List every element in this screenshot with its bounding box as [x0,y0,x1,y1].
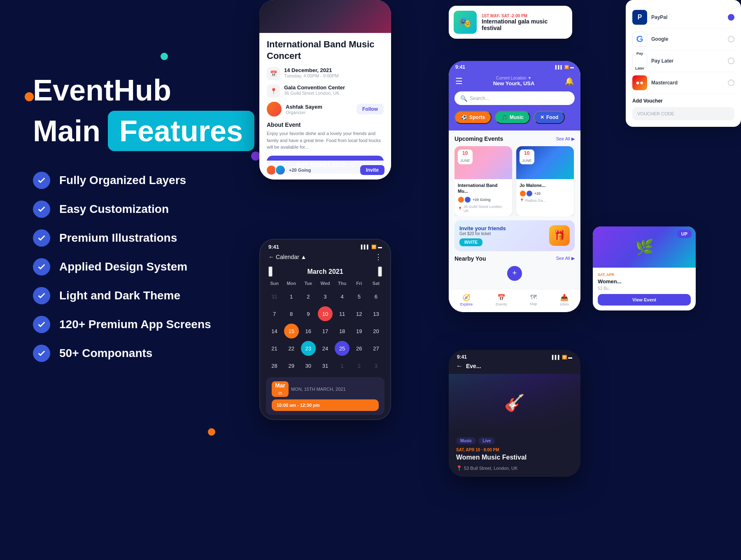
event-card-2-body: Jo Malone... +20 📍 Radius Ga... [516,179,574,206]
wifi-icon: 🛜 [371,245,376,249]
check-icon-5 [33,287,50,304]
menu-icon[interactable]: ☰ [455,76,463,86]
event-card-1[interactable]: 10 JUNE International Band Mu... +20 Goi… [454,146,512,216]
google-radio[interactable] [728,36,734,42]
cal-day-31-prev[interactable]: 31 [267,289,282,304]
event-card-2-location: 📍 Radius Ga... [520,198,571,203]
cal-day-11[interactable]: 11 [335,306,350,321]
paylater-payment-item[interactable]: PayLater Pay Later [632,50,734,72]
going-text-2: +20 [534,191,541,196]
cal-day-9[interactable]: 9 [301,306,316,321]
cal-day-26[interactable]: 26 [352,341,366,356]
music-festival-image: 🎭 [454,11,477,34]
cal-day-5[interactable]: 5 [352,289,366,304]
calendar-status-bar: 9:41 ▌▌▌ 🛜 ▬ [260,240,390,252]
cal-day-23[interactable]: 23 [301,341,316,356]
nav-item-map[interactable]: 🗺 Map [530,294,537,306]
invite-button[interactable]: Invite [360,165,384,175]
follow-button[interactable]: Follow [357,104,384,114]
small-event-button[interactable]: View Event [598,294,691,306]
calendar-back-button[interactable]: ← Calendar ▲ [268,254,306,260]
check-icon-3 [33,229,50,247]
calendar-more-button[interactable]: ⋮ [375,252,382,261]
cal-day-13[interactable]: 13 [368,306,383,321]
notification-icon[interactable]: 🔔 [565,77,574,86]
filters-button[interactable]: Filters [551,95,569,102]
event-time-row[interactable]: 10:00 am - 12:30 pm [272,399,379,411]
see-all-nearby-link[interactable]: See All ▶ [556,256,575,261]
cal-day-31[interactable]: 31 [318,358,333,373]
paylater-label: Pay Later [651,58,673,64]
paypal-payment-item[interactable]: P PayPal [632,7,734,28]
cal-day-1[interactable]: 1 [284,289,299,304]
check-icon-4 [33,258,50,275]
cal-day-30[interactable]: 30 [301,358,316,373]
paypal-radio[interactable] [728,14,734,21]
check-icon-6 [33,316,50,333]
cal-day-3[interactable]: 3 [318,289,333,304]
battery-icon-dark: ▬ [568,355,572,359]
going-avatar-4 [526,190,533,197]
mastercard-radio[interactable] [728,79,734,86]
cal-day-6[interactable]: 6 [368,289,383,304]
mastercard-logo: ●● [632,75,647,90]
cal-day-2[interactable]: 2 [301,289,316,304]
app-time: 9:41 [455,64,465,70]
cal-day-27[interactable]: 27 [368,341,383,356]
event-card-2[interactable]: 10 JUNE Jo Malone... +20 📍 Radius Ga... [516,146,574,216]
calendar-prev-button[interactable]: ‹ [268,266,273,277]
nav-item-explore[interactable]: 🧭 Explore [460,294,473,306]
food-category-button[interactable]: ✕ Food [534,111,565,124]
search-section: 🔍 Search... Filters [449,91,580,111]
invite-friends-button[interactable]: INVITE [459,238,482,246]
cal-day-29[interactable]: 29 [284,358,299,373]
cal-day-14[interactable]: 14 [267,324,282,338]
cal-day-24[interactable]: 24 [318,341,333,356]
event-date-badge: Mar 15 MON, 15TH MARCH, 2021 [272,381,379,397]
cal-day-4[interactable]: 4 [335,289,350,304]
nav-item-inbox[interactable]: 📥 Inbox [560,294,569,306]
calendar-next-button[interactable]: › [378,266,382,277]
day-mon: Mon [283,281,300,286]
sports-category-button[interactable]: ⚽ Sports [454,111,492,124]
cal-day-25[interactable]: 25 [335,341,350,356]
cal-day-28[interactable]: 28 [267,358,282,373]
cal-day-12[interactable]: 12 [352,306,366,321]
calendar-grid: Sun Mon Tue Wed Thu Fri Sat 31 1 2 3 4 5… [260,281,390,373]
cal-day-10[interactable]: 10 [318,306,333,321]
cal-day-22[interactable]: 22 [284,341,299,356]
back-arrow-icon[interactable]: ← [456,362,463,370]
voucher-input[interactable]: VOUCHER CODE [632,107,734,120]
cal-day-16[interactable]: 16 [301,324,316,338]
cal-day-7[interactable]: 7 [267,306,282,321]
cal-day-8[interactable]: 8 [284,306,299,321]
mastercard-payment-item[interactable]: ●● Mastercard [632,72,734,94]
music-category-button[interactable]: 🎵 Music [495,111,530,124]
nearby-add-button[interactable]: + [507,266,522,281]
event-card-1-image: 10 JUNE [454,146,512,179]
cal-day-21[interactable]: 21 [267,341,282,356]
date-number: Mar [275,382,285,389]
dark-event-location: 📍 53 Bull Street, London, UK [456,465,573,471]
paylater-radio[interactable] [728,58,734,64]
search-bar[interactable]: 🔍 Search... Filters [454,91,575,105]
paylater-logo: PayLater [632,54,647,68]
cal-day-2-next[interactable]: 2 [352,358,366,373]
cal-day-19[interactable]: 19 [352,324,366,338]
cal-day-3-next[interactable]: 3 [368,358,383,373]
cal-day-17[interactable]: 17 [318,324,333,338]
cal-day-20[interactable]: 20 [368,324,383,338]
calendar-days-header: Sun Mon Tue Wed Thu Fri Sat [266,281,384,286]
mastercard-label: Mastercard [651,80,678,86]
cal-day-15[interactable]: 15 [284,324,299,338]
paypal-label: PayPal [651,14,667,20]
app-status-bar: 9:41 ▌▌▌ 🛜 ▬ [449,61,580,73]
google-payment-item[interactable]: G Google [632,28,734,50]
phone-eventhub-app: 9:41 ▌▌▌ 🛜 ▬ ☰ Current Location ▼ New Yo… [449,61,580,312]
feature-item-4: Applied Design System [33,258,251,275]
see-all-events-link[interactable]: See All ▶ [556,136,575,142]
cal-day-18[interactable]: 18 [335,324,350,338]
location-icon: 📍 [267,84,280,98]
cal-day-1-next[interactable]: 1 [335,358,350,373]
nav-item-events[interactable]: 📅 Events [496,294,507,306]
